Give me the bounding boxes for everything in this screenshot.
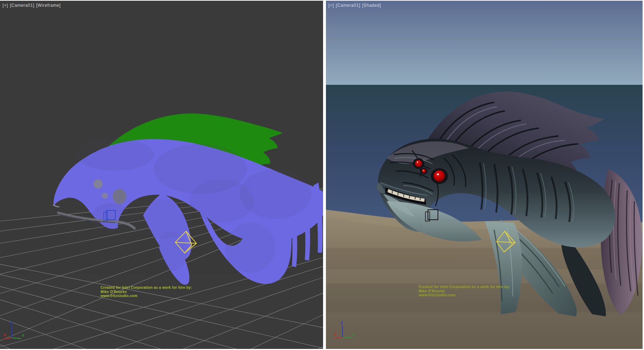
viewport-menu-shading[interactable]: [Shaded]: [362, 3, 381, 8]
axis-z-label: Z: [10, 322, 12, 326]
axis-y-label: Y: [22, 334, 24, 338]
axis-y-label: Y: [352, 333, 355, 337]
fish-eye-spot: [93, 179, 103, 189]
fish-eye-spot: [102, 193, 108, 199]
viewport-label-shaded: [+][Camera01][Shaded]: [328, 3, 383, 8]
viewport-menu-general[interactable]: [+]: [328, 3, 334, 8]
viewport-label-wireframe: [+][Camera01][Wireframe]: [3, 3, 63, 8]
scene-credit-text: Created for Intel Corporation as a work …: [419, 285, 510, 297]
viewport-wireframe[interactable]: [+][Camera01][Wireframe]: [0, 1, 323, 349]
viewport-shaded[interactable]: [+][Camera01][Shaded]: [326, 1, 643, 349]
viewport-menu-pov[interactable]: [Camera01]: [10, 3, 34, 8]
viewport-menu-pov[interactable]: [Camera01]: [336, 3, 360, 8]
screenshot-stage: [+][Camera01][Wireframe]: [0, 0, 644, 350]
axis-x-label: X: [334, 332, 337, 336]
world-axis-tripod: X Y Z: [4, 322, 24, 339]
fish-eye-tiny: [422, 169, 426, 173]
viewport-menu-general[interactable]: [+]: [3, 3, 8, 8]
sky-background: [326, 1, 643, 85]
fish-eye-large: [434, 170, 445, 182]
fish-eye-small: [415, 160, 422, 167]
scene-credit-text: Created for Intel Corporation as a work …: [101, 286, 192, 298]
axis-x-label: X: [4, 333, 6, 337]
axis-z-label: Z: [341, 321, 343, 325]
fish-eye-spot: [113, 189, 126, 204]
viewport-menu-shading[interactable]: [Wireframe]: [36, 3, 61, 8]
fish-model-wireframe[interactable]: [53, 113, 323, 285]
